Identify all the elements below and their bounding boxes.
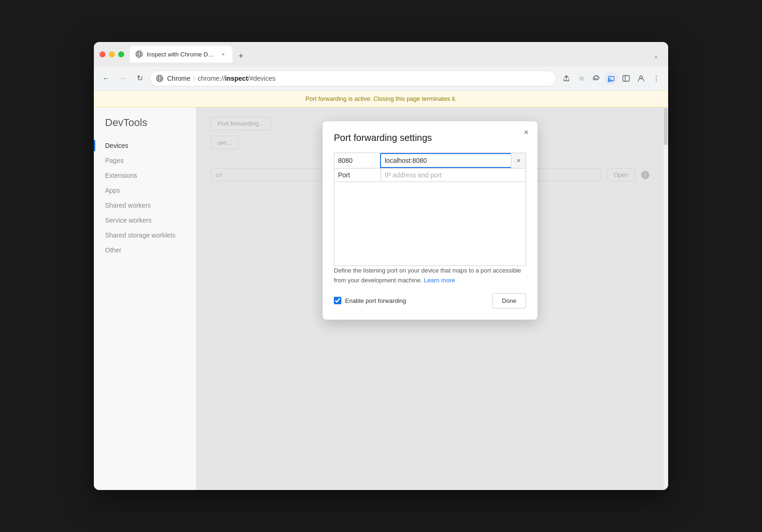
scrollbar[interactable] [663,107,668,490]
sidebar-item-shared-workers[interactable]: Shared workers [94,198,196,213]
pf-port-value: 8080 [334,154,381,167]
close-window-button[interactable] [99,51,106,57]
sidebar-item-shared-storage-worklets[interactable]: Shared storage worklets [94,228,196,243]
modal-footer: Enable port forwarding Done [334,293,526,308]
pf-data-row: 8080 × [334,153,526,168]
svg-rect-12 [623,76,629,81]
address-path: /#devices [248,75,275,82]
extensions-button[interactable] [590,72,603,85]
bookmark-button[interactable]: ☆ [575,72,588,85]
page-content: Port forwarding... ure... Open i × Port [197,107,663,490]
modal-title: Port forwarding settings [334,133,526,143]
tab-expand-button[interactable]: ⌄ [649,49,663,63]
tab-close-button[interactable]: × [219,50,227,58]
sidebar-toggle-button[interactable] [620,72,633,85]
address-scheme: chrome:// [198,75,225,82]
address-site-name: Chrome [167,75,190,82]
share-button[interactable] [560,72,573,85]
address-host: inspect [225,75,248,82]
menu-button[interactable]: ⋮ [649,72,663,85]
tab-title: Inspect with Chrome Develope [147,51,216,58]
info-bar-message: Port forwarding is active. Closing this … [305,95,457,102]
pf-empty-area [334,182,526,266]
sidebar: DevTools Devices Pages Extensions Apps S… [94,107,197,490]
profile-button[interactable] [635,72,648,85]
done-button[interactable]: Done [492,293,526,308]
forward-button[interactable]: → [116,72,129,85]
navigation-bar: ← → ↻ Chrome | chrome://inspect/#devices [94,66,668,91]
port-forwarding-modal: × Port forwarding settings 8080 × [323,121,537,320]
sidebar-nav: Devices Pages Extensions Apps Shared wor… [94,138,196,258]
sidebar-item-pages[interactable]: Pages [94,153,196,168]
sidebar-item-apps[interactable]: Apps [94,183,196,198]
pf-address-input[interactable] [381,154,511,167]
modal-close-button[interactable]: × [521,127,532,138]
enable-port-forwarding-label[interactable]: Enable port forwarding [334,297,406,304]
address-bar[interactable]: Chrome | chrome://inspect/#devices [150,70,556,86]
main-content: DevTools Devices Pages Extensions Apps S… [94,107,668,490]
tab-favicon-icon [135,50,143,58]
back-button[interactable]: ← [99,72,113,85]
enable-port-forwarding-checkbox[interactable] [334,297,341,304]
traffic-lights [99,51,124,57]
minimize-window-button[interactable] [109,51,115,57]
refresh-button[interactable]: ↻ [133,72,146,85]
address-favicon-icon [156,75,163,82]
sidebar-item-service-workers[interactable]: Service workers [94,213,196,228]
checkbox-label-text: Enable port forwarding [345,297,406,304]
sidebar-item-extensions[interactable]: Extensions [94,168,196,183]
pf-address-header: IP address and port [381,168,526,182]
nav-icons: ☆ [560,72,663,85]
pf-port-header: Port [334,168,381,182]
learn-more-link[interactable]: Learn more [424,277,455,284]
active-tab[interactable]: Inspect with Chrome Develope × [130,46,233,63]
browser-window: Inspect with Chrome Develope × + ⌄ ← → ↻… [94,42,668,490]
pf-address-cell [381,154,511,167]
pf-header-row: Port IP address and port [334,168,526,182]
sidebar-title: DevTools [94,117,196,138]
tab-bar: Inspect with Chrome Develope × + ⌄ [130,46,663,63]
sidebar-item-devices[interactable]: Devices [94,138,196,153]
sidebar-item-other[interactable]: Other [94,243,196,258]
svg-point-11 [608,81,609,82]
maximize-window-button[interactable] [118,51,124,57]
scrollbar-thumb[interactable] [664,108,668,145]
info-bar: Port forwarding is active. Closing this … [94,91,668,107]
title-bar: Inspect with Chrome Develope × + ⌄ [94,42,668,66]
address-text: Chrome | chrome://inspect/#devices [167,75,275,82]
cast-button[interactable] [605,72,618,85]
modal-description: Define the listening port on your device… [334,266,526,286]
new-tab-button[interactable]: + [234,49,247,63]
modal-overlay: × Port forwarding settings 8080 × [197,107,663,490]
port-forwarding-table: 8080 × Port IP address and port [334,153,526,266]
pf-delete-button[interactable]: × [511,153,526,168]
